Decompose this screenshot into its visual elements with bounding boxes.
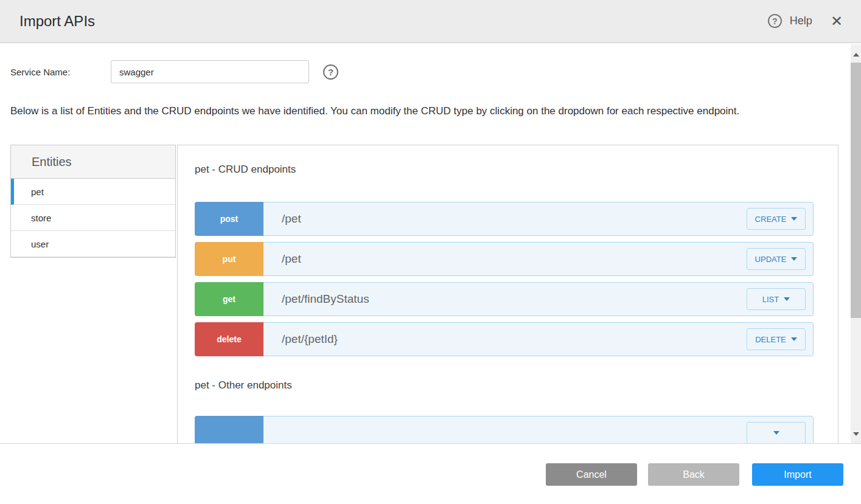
crud-endpoints-title: pet - CRUD endpoints bbox=[195, 164, 814, 176]
chevron-down-icon bbox=[791, 337, 797, 341]
entity-item-user[interactable]: user bbox=[11, 231, 175, 257]
endpoint-row: post /pet CREATE bbox=[195, 202, 814, 236]
back-button[interactable]: Back bbox=[648, 463, 739, 486]
instructions-text: Below is a list of Entities and the CRUD… bbox=[10, 104, 801, 118]
method-badge-post: post bbox=[195, 202, 263, 236]
dialog-footer: Cancel Back Import bbox=[0, 444, 861, 504]
endpoint-row: delete /pet/{petId} DELETE bbox=[195, 322, 814, 356]
method-badge-delete: delete bbox=[195, 322, 263, 356]
chevron-down-icon bbox=[773, 431, 779, 435]
cancel-button[interactable]: Cancel bbox=[546, 463, 637, 486]
method-badge-post bbox=[195, 416, 263, 444]
dialog-header: Import APIs ? Help ✕ bbox=[0, 0, 861, 43]
close-icon[interactable]: ✕ bbox=[831, 14, 843, 29]
endpoint-path: /pet bbox=[282, 252, 301, 266]
service-name-input[interactable] bbox=[111, 60, 309, 83]
service-name-label: Service Name: bbox=[10, 67, 111, 77]
method-badge-put: put bbox=[195, 242, 263, 276]
crud-type-dropdown[interactable]: UPDATE bbox=[747, 248, 806, 270]
endpoint-path: /pet/{petId} bbox=[282, 333, 338, 346]
scroll-down-icon[interactable] bbox=[851, 429, 861, 439]
entities-panel: Entities pet store user bbox=[10, 145, 176, 258]
crud-type-label: LIST bbox=[762, 295, 779, 304]
method-badge-get: get bbox=[195, 282, 263, 316]
crud-type-dropdown[interactable]: CREATE bbox=[747, 208, 806, 230]
endpoint-row: put /pet UPDATE bbox=[195, 242, 814, 276]
endpoint-path: /pet bbox=[282, 212, 301, 226]
import-button[interactable]: Import bbox=[752, 463, 843, 486]
help-label: Help bbox=[790, 15, 812, 27]
endpoint-path: /pet/findByStatus bbox=[282, 292, 369, 306]
crud-type-dropdown[interactable] bbox=[747, 422, 806, 444]
endpoint-row-partial bbox=[195, 416, 814, 444]
endpoints-panel: pet - CRUD endpoints post /pet CREATE pu… bbox=[177, 145, 838, 444]
chevron-down-icon bbox=[791, 257, 797, 261]
other-endpoints-title: pet - Other endpoints bbox=[195, 379, 814, 392]
header-actions: ? Help ✕ bbox=[768, 14, 843, 29]
service-name-help-icon[interactable]: ? bbox=[323, 64, 338, 80]
vertical-scrollbar[interactable] bbox=[851, 44, 861, 444]
crud-type-dropdown[interactable]: LIST bbox=[747, 288, 806, 310]
entity-item-pet[interactable]: pet bbox=[11, 179, 175, 205]
crud-type-label: CREATE bbox=[755, 215, 787, 224]
service-name-row: Service Name: ? bbox=[10, 60, 838, 83]
scroll-up-icon[interactable] bbox=[851, 49, 861, 60]
scrollbar-thumb[interactable] bbox=[851, 63, 861, 318]
dialog-content: Service Name: ? Below is a list of Entit… bbox=[0, 44, 851, 444]
entity-item-store[interactable]: store bbox=[11, 205, 175, 231]
entities-panel-title: Entities bbox=[11, 145, 175, 179]
help-circle-icon: ? bbox=[768, 14, 782, 28]
dialog-body: Service Name: ? Below is a list of Entit… bbox=[0, 44, 861, 444]
crud-type-dropdown[interactable]: DELETE bbox=[747, 328, 806, 350]
page-title: Import APIs bbox=[19, 13, 95, 30]
chevron-down-icon bbox=[791, 217, 797, 221]
main-area: Entities pet store user pet - CRUD endpo… bbox=[10, 145, 838, 444]
crud-type-label: UPDATE bbox=[755, 255, 787, 264]
crud-type-label: DELETE bbox=[755, 335, 786, 344]
help-button[interactable]: ? Help bbox=[768, 14, 812, 28]
chevron-down-icon bbox=[784, 297, 790, 301]
endpoint-row: get /pet/findByStatus LIST bbox=[195, 282, 814, 316]
